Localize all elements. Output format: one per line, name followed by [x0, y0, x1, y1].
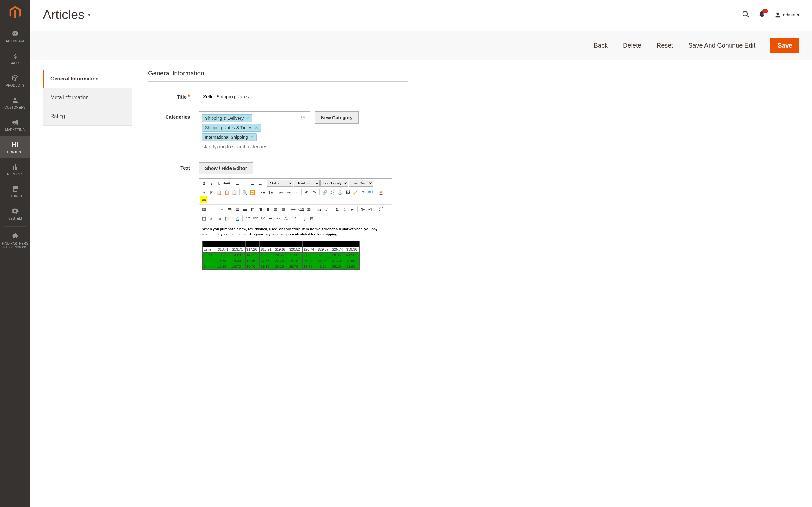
- attr-icon[interactable]: ⁂: [282, 215, 289, 222]
- cite-icon[interactable]: CIT: [244, 215, 251, 222]
- special-char-icon[interactable]: Ω: [334, 206, 341, 213]
- remove-tag-icon[interactable]: ✕: [255, 125, 258, 130]
- copy-icon[interactable]: ⎘: [208, 189, 215, 196]
- bg-color-icon[interactable]: ab: [200, 196, 207, 204]
- layer-icon[interactable]: ◱: [200, 215, 207, 222]
- insert-col-after-icon[interactable]: ◨: [257, 206, 264, 213]
- category-tag[interactable]: Shipping & Delivery✕: [202, 114, 252, 122]
- magento-logo[interactable]: [4, 0, 26, 25]
- merge-cells-icon[interactable]: ⊞: [280, 206, 287, 213]
- undo-icon[interactable]: ↶: [303, 189, 310, 196]
- help-icon[interactable]: ?: [359, 189, 366, 196]
- paste-word-icon[interactable]: 📋: [231, 189, 238, 196]
- blockquote-icon[interactable]: ❝: [293, 189, 300, 196]
- save-button[interactable]: Save: [770, 38, 799, 53]
- paste-icon[interactable]: 📋: [216, 189, 223, 196]
- font-size-select[interactable]: Font Size: [349, 180, 373, 187]
- tree-toggle-icon[interactable]: [301, 115, 306, 121]
- nav-system[interactable]: SYSTEM: [0, 203, 30, 225]
- anchor-icon[interactable]: ⚓: [337, 189, 344, 196]
- underline-icon[interactable]: U: [216, 180, 223, 187]
- style-props-icon[interactable]: A: [234, 215, 241, 222]
- notifications-button[interactable]: 1: [758, 11, 765, 19]
- font-family-select[interactable]: Font Family: [320, 180, 348, 187]
- italic-icon[interactable]: I: [208, 180, 215, 187]
- title-input[interactable]: [199, 91, 367, 102]
- format-select[interactable]: Heading 6: [294, 180, 320, 187]
- hr-icon[interactable]: —: [290, 206, 297, 213]
- strikethrough-icon[interactable]: ABC: [223, 180, 230, 187]
- move-forward-icon[interactable]: ▻: [208, 215, 215, 222]
- save-continue-button[interactable]: Save And Continue Edit: [688, 42, 755, 49]
- align-justify-icon[interactable]: ≣: [257, 180, 264, 187]
- link-icon[interactable]: 🔗: [321, 189, 328, 196]
- redo-icon[interactable]: ↷: [311, 189, 318, 196]
- absolute-icon[interactable]: ⬚: [223, 215, 230, 222]
- category-tag[interactable]: International Shipping✕: [202, 133, 257, 141]
- superscript-icon[interactable]: x²: [323, 206, 330, 213]
- number-list-icon[interactable]: 1≡: [267, 189, 274, 196]
- split-cells-icon[interactable]: ⊟: [272, 206, 279, 213]
- find-icon[interactable]: 🔍: [241, 189, 248, 196]
- user-menu[interactable]: admin ▾: [774, 11, 799, 18]
- move-backward-icon[interactable]: ◅: [216, 215, 223, 222]
- nav-content[interactable]: CONTENT: [0, 136, 30, 158]
- delete-button[interactable]: Delete: [623, 42, 641, 49]
- insert-row-before-icon[interactable]: ⬒: [226, 206, 233, 213]
- align-right-icon[interactable]: ☰: [249, 180, 256, 187]
- outdent-icon[interactable]: ⇤: [277, 189, 285, 196]
- category-search-input[interactable]: [201, 142, 308, 151]
- nav-partners[interactable]: FIND PARTNERS & EXTENSIONS: [0, 228, 30, 254]
- reset-button[interactable]: Reset: [657, 42, 673, 49]
- new-category-button[interactable]: New Category: [315, 111, 359, 124]
- delete-col-icon[interactable]: ▮: [264, 206, 271, 213]
- ltr-icon[interactable]: ¶▸: [359, 206, 366, 213]
- row-props-icon[interactable]: ▭: [211, 206, 218, 213]
- indent-icon[interactable]: ⇥: [285, 189, 292, 196]
- visual-chars-icon[interactable]: ¶: [293, 215, 300, 222]
- bullet-list-icon[interactable]: •≡: [259, 189, 266, 196]
- cleanup-icon[interactable]: 🧹: [352, 189, 359, 196]
- text-color-icon[interactable]: A: [377, 189, 385, 196]
- align-left-icon[interactable]: ☰: [234, 180, 241, 187]
- emoticon-icon[interactable]: ☺: [341, 206, 348, 213]
- search-button[interactable]: [742, 10, 750, 19]
- nav-marketing[interactable]: MARKETING: [0, 114, 30, 136]
- page-title[interactable]: Articles ▾: [43, 8, 90, 22]
- cell-props-icon[interactable]: ▫: [218, 206, 225, 213]
- styles-select[interactable]: Styles: [267, 180, 293, 187]
- nav-dashboard[interactable]: DASHBOARD: [0, 25, 30, 48]
- rtl-icon[interactable]: ◂¶: [367, 206, 374, 213]
- editor-body[interactable]: When you purchase a new, refurbished, us…: [199, 223, 392, 273]
- media-icon[interactable]: ▸: [349, 206, 356, 213]
- nav-customers[interactable]: CUSTOMERS: [0, 92, 30, 114]
- nav-reports[interactable]: REPORTS: [0, 158, 30, 181]
- paste-text-icon[interactable]: 📋: [223, 189, 230, 196]
- nav-sales[interactable]: SALES: [0, 48, 30, 70]
- pagebreak-icon[interactable]: ⊟: [308, 215, 315, 222]
- toggle-editor-button[interactable]: Show / Hide Editor: [199, 162, 253, 174]
- abbr-icon[interactable]: ABB: [252, 215, 259, 222]
- fullscreen-icon[interactable]: ⛶: [377, 206, 385, 213]
- categories-multiselect[interactable]: Shipping & Delivery✕ Shipping Rates & Ti…: [199, 111, 310, 153]
- tab-general-information[interactable]: General Information: [43, 70, 132, 89]
- insert-row-after-icon[interactable]: ⬓: [234, 206, 241, 213]
- acronym-icon[interactable]: A.C: [259, 215, 266, 222]
- image-icon[interactable]: 🖼: [344, 189, 351, 196]
- remove-tag-icon[interactable]: ✕: [246, 116, 250, 121]
- ins-icon[interactable]: ins: [275, 215, 282, 222]
- replace-icon[interactable]: 🔁: [249, 189, 256, 196]
- nav-stores[interactable]: STORES: [0, 181, 30, 203]
- del-icon[interactable]: del: [267, 215, 274, 222]
- bold-icon[interactable]: B: [200, 180, 207, 187]
- remove-format-icon[interactable]: ⌫: [298, 206, 305, 213]
- subscript-icon[interactable]: x₂: [316, 206, 322, 213]
- tab-rating[interactable]: Rating: [43, 107, 132, 126]
- back-button[interactable]: ← Back: [584, 42, 607, 49]
- table-icon[interactable]: ▦: [200, 206, 207, 213]
- unlink-icon[interactable]: ⛓: [329, 189, 336, 196]
- insert-col-before-icon[interactable]: ◧: [249, 206, 256, 213]
- cut-icon[interactable]: ✂: [200, 189, 207, 196]
- align-center-icon[interactable]: ≡: [241, 180, 248, 187]
- visual-aid-icon[interactable]: ▦: [305, 206, 312, 213]
